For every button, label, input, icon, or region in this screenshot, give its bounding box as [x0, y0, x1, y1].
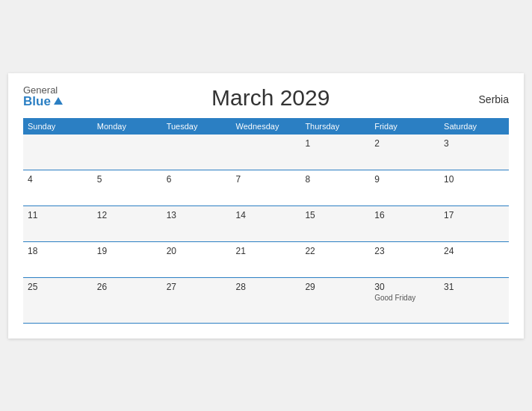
calendar-cell: 3 [439, 135, 509, 170]
calendar-title: March 2029 [63, 85, 479, 111]
day-number: 31 [444, 282, 454, 292]
calendar-cell: 29 [300, 277, 370, 323]
calendar-cell: 23 [370, 241, 439, 277]
day-number: 17 [444, 210, 454, 220]
day-number: 20 [167, 246, 176, 256]
calendar-header: General Blue March 2029 Serbia [23, 85, 509, 111]
calendar-cell: 24 [439, 241, 509, 277]
day-number: 9 [374, 174, 380, 185]
calendar-cell: 22 [300, 241, 370, 277]
day-number: 10 [444, 174, 454, 185]
day-number: 25 [28, 282, 37, 292]
week-row-2: 45678910 [23, 170, 509, 206]
day-number: 5 [97, 174, 102, 185]
day-number: 4 [28, 174, 33, 185]
day-number: 29 [305, 282, 315, 292]
calendar-cell: 20 [162, 241, 232, 277]
day-number: 1 [305, 138, 310, 149]
day-number: 15 [305, 210, 315, 220]
day-number: 14 [236, 210, 246, 220]
calendar-cell: 27 [162, 277, 232, 323]
calendar-cell: 4 [23, 170, 93, 206]
calendar-cell: 7 [232, 170, 301, 206]
calendar-cell: 28 [232, 277, 301, 323]
calendar-cell: 19 [93, 241, 162, 277]
day-number: 24 [444, 246, 454, 256]
logo-triangle-icon [54, 97, 63, 105]
day-number: 28 [236, 282, 246, 292]
calendar-table: SundayMondayTuesdayWednesdayThursdayFrid… [23, 118, 509, 324]
calendar-cell: 15 [300, 206, 370, 241]
week-row-1: 123 [23, 135, 509, 170]
calendar-cell: 6 [162, 170, 232, 206]
day-number: 30 [374, 282, 384, 292]
logo-blue-text: Blue [23, 95, 63, 108]
calendar-cell: 30Good Friday [370, 277, 439, 323]
day-number: 7 [236, 174, 241, 185]
calendar-cell: 9 [370, 170, 439, 206]
weekday-header-sunday: Sunday [23, 118, 93, 135]
day-number: 11 [28, 210, 37, 220]
logo-general-text: General [23, 85, 58, 95]
calendar-cell: 8 [300, 170, 370, 206]
day-number: 3 [444, 138, 449, 149]
calendar-cell [23, 135, 93, 170]
calendar-cell [93, 135, 162, 170]
calendar-cell: 25 [23, 277, 93, 323]
day-number: 27 [167, 282, 176, 292]
calendar-cell [232, 135, 301, 170]
weekday-header-saturday: Saturday [439, 118, 509, 135]
calendar-cell: 13 [162, 206, 232, 241]
weekday-header-monday: Monday [93, 118, 162, 135]
calendar-container: General Blue March 2029 Serbia SundayMon… [8, 73, 524, 339]
weekday-header-row: SundayMondayTuesdayWednesdayThursdayFrid… [23, 118, 509, 135]
holiday-label: Good Friday [374, 294, 435, 302]
day-number: 21 [236, 246, 246, 256]
day-number: 8 [305, 174, 310, 185]
calendar-cell: 1 [300, 135, 370, 170]
calendar-cell: 26 [93, 277, 162, 323]
calendar-cell: 21 [232, 241, 301, 277]
day-number: 13 [167, 210, 176, 220]
calendar-cell: 5 [93, 170, 162, 206]
week-row-5: 252627282930Good Friday31 [23, 277, 509, 323]
calendar-cell: 16 [370, 206, 439, 241]
calendar-cell: 10 [439, 170, 509, 206]
calendar-cell: 31 [439, 277, 509, 323]
country-label: Serbia [479, 90, 509, 105]
day-number: 12 [97, 210, 107, 220]
day-number: 26 [97, 282, 107, 292]
calendar-cell: 17 [439, 206, 509, 241]
week-row-4: 18192021222324 [23, 241, 509, 277]
weekday-header-friday: Friday [370, 118, 439, 135]
calendar-cell: 2 [370, 135, 439, 170]
weekday-header-thursday: Thursday [300, 118, 370, 135]
weekday-header-wednesday: Wednesday [232, 118, 301, 135]
day-number: 19 [97, 246, 107, 256]
calendar-cell: 11 [23, 206, 93, 241]
logo: General Blue [23, 85, 63, 108]
calendar-cell [162, 135, 232, 170]
day-number: 2 [374, 138, 380, 149]
day-number: 6 [167, 174, 172, 185]
week-row-3: 11121314151617 [23, 206, 509, 241]
calendar-cell: 14 [232, 206, 301, 241]
day-number: 22 [305, 246, 315, 256]
day-number: 18 [28, 246, 37, 256]
day-number: 23 [374, 246, 384, 256]
day-number: 16 [374, 210, 384, 220]
calendar-cell: 12 [93, 206, 162, 241]
weekday-header-tuesday: Tuesday [162, 118, 232, 135]
calendar-cell: 18 [23, 241, 93, 277]
